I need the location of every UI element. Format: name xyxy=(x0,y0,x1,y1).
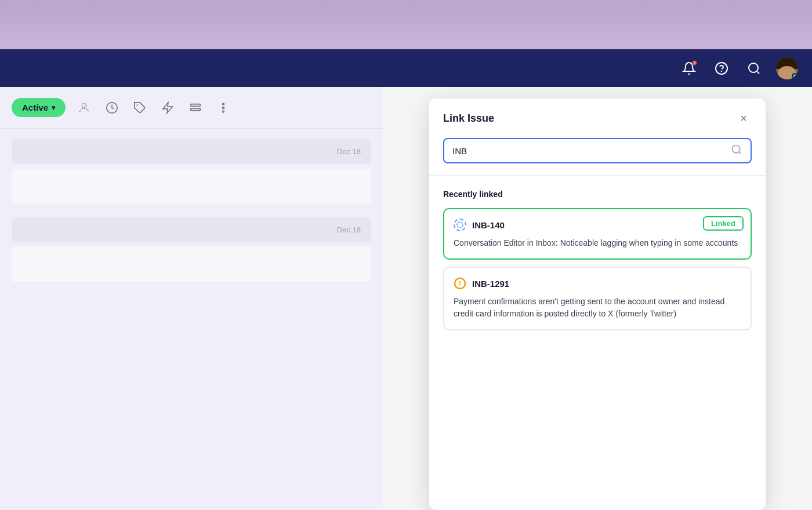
toolbar: Active ▾ xyxy=(0,87,383,129)
issue-header-1: INB-140 xyxy=(454,218,741,231)
online-status-dot xyxy=(792,73,798,79)
list-item[interactable] xyxy=(12,247,371,282)
svg-point-15 xyxy=(457,222,463,228)
list-item[interactable] xyxy=(12,169,371,203)
svg-marker-7 xyxy=(163,102,173,112)
svg-point-4 xyxy=(82,103,86,107)
svg-line-14 xyxy=(739,152,741,154)
active-filter-button[interactable]: Active ▾ xyxy=(12,98,66,117)
modal-body: Recently linked Linked INB-140 xyxy=(429,176,766,510)
modal-header: Link Issue × xyxy=(429,99,766,136)
svg-point-10 xyxy=(223,103,224,105)
svg-point-11 xyxy=(223,107,224,108)
label-icon[interactable] xyxy=(130,99,149,117)
issue-desc-2: Payment confirmations aren't getting sen… xyxy=(454,296,741,320)
right-panel: Link Issue × Recently linked xyxy=(383,87,812,510)
search-input[interactable] xyxy=(452,146,731,156)
left-panel: Active ▾ xyxy=(0,87,383,510)
recently-linked-title: Recently linked xyxy=(443,190,752,199)
left-content: Dec 18 Dec 18 xyxy=(0,129,383,292)
issue-desc-1: Conversation Editor in Inbox: Noticeable… xyxy=(454,237,741,249)
clock-icon[interactable] xyxy=(103,99,121,117)
search-icon[interactable] xyxy=(731,144,742,158)
modal-overlay: Link Issue × Recently linked xyxy=(383,87,812,510)
svg-text:!: ! xyxy=(459,280,461,288)
date-label-1: Dec 18 xyxy=(337,147,361,156)
header-bar xyxy=(0,49,812,87)
svg-line-3 xyxy=(757,71,759,73)
issue-card-inb140[interactable]: Linked INB-140 Conversation Editor in In… xyxy=(443,208,752,260)
search-header-icon-btn[interactable] xyxy=(744,58,764,79)
issue-status-icon-1 xyxy=(454,218,466,231)
search-container xyxy=(429,136,766,175)
active-label: Active xyxy=(22,103,48,112)
svg-point-12 xyxy=(223,111,224,112)
svg-rect-8 xyxy=(191,104,201,106)
svg-point-13 xyxy=(733,145,740,153)
notification-icon-btn[interactable] xyxy=(679,58,699,79)
svg-point-2 xyxy=(749,63,758,72)
notification-dot xyxy=(692,60,697,65)
issue-id-1: INB-140 xyxy=(472,220,505,230)
issue-id-2: INB-1291 xyxy=(472,279,509,289)
active-chevron: ▾ xyxy=(52,104,55,112)
search-box xyxy=(443,138,752,163)
close-button[interactable]: × xyxy=(735,110,752,126)
help-icon-btn[interactable] xyxy=(711,58,732,79)
issue-card-inb1291[interactable]: ! INB-1291 Payment confirmations aren't … xyxy=(443,267,752,330)
avatar[interactable] xyxy=(776,57,798,79)
top-band xyxy=(0,0,812,49)
more-options-icon[interactable] xyxy=(214,99,233,117)
modal-title: Link Issue xyxy=(443,112,494,125)
date-label-2: Dec 18 xyxy=(337,225,361,234)
lightning-icon[interactable] xyxy=(158,99,177,117)
list-icon[interactable] xyxy=(186,99,205,117)
linked-badge: Linked xyxy=(703,216,744,231)
list-item[interactable]: Dec 18 xyxy=(12,139,371,164)
link-issue-modal: Link Issue × Recently linked xyxy=(429,99,766,510)
list-item[interactable]: Dec 18 xyxy=(12,217,371,242)
svg-rect-9 xyxy=(191,108,201,110)
issue-header-2: ! INB-1291 xyxy=(454,277,741,290)
main-area: Active ▾ xyxy=(0,87,812,510)
issue-status-icon-2: ! xyxy=(454,277,466,290)
assignee-icon[interactable] xyxy=(75,99,93,117)
